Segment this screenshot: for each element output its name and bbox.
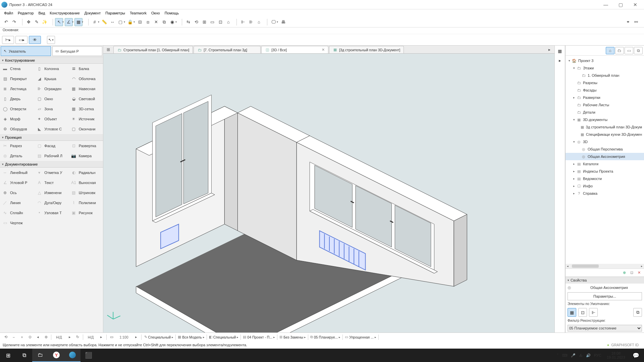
nav-item[interactable]: ▦3д строительный план 3D-Докум [566, 123, 644, 131]
tab-plan-2[interactable]: 🗀[7. Строительный план 3д] [194, 46, 261, 53]
zoom-in-button[interactable]: ＋ [18, 334, 25, 341]
align-button[interactable]: ⊩ [239, 18, 247, 26]
tab-3d-doc[interactable]: ▦[3д строительный план 3D-Документ] [329, 46, 404, 53]
home-button[interactable]: ⌂ [224, 18, 232, 26]
status-segment[interactable]: ✎Специальный▸ [143, 335, 175, 339]
nav-delete-icon[interactable]: ✕ [636, 270, 642, 276]
menu-edit[interactable]: Редактор [16, 10, 36, 16]
status-segment[interactable]: ▤04 Проект - П...▸ [241, 335, 276, 339]
navigator-tree[interactable]: ▾🏠Проект 3▾🗀Этажи🗀1. Обмерный план🗀Разре… [566, 56, 644, 264]
nav-item[interactable]: ▸?Справка [566, 190, 644, 197]
nav-item[interactable]: ▸ⓘИнфо [566, 182, 644, 190]
nav-new-icon[interactable]: ⊕ [621, 270, 627, 276]
default-pen-button[interactable]: ⊡ [578, 308, 587, 317]
tree-twisty-icon[interactable]: ▸ [572, 170, 576, 173]
lock-button[interactable]: 🔒 [126, 18, 134, 26]
start-button[interactable]: ⊞ [0, 349, 16, 362]
3d-cut-button[interactable]: ⧈ [144, 18, 152, 26]
dropdown-arrow-icon[interactable]: ▾ [62, 20, 65, 23]
tool-навесная[interactable]: ▦Навесная [69, 84, 103, 94]
nav-item[interactable]: ▾🏠Проект 3 [566, 57, 644, 64]
nav-settings-icon[interactable]: ⊡ [629, 270, 635, 276]
magic-wand-button[interactable]: ✨ [41, 18, 49, 26]
pick-button[interactable]: ✥ [24, 18, 33, 26]
tab-3d[interactable]: ◫[3D / Все]✕ [261, 46, 328, 53]
geometry-mode-3[interactable]: 👁 [29, 36, 41, 44]
share-button[interactable]: ⚯ [632, 18, 640, 26]
geometry-mode-2[interactable]: ▭▸ [15, 36, 28, 44]
nd-next-2[interactable]: ▸ [98, 334, 105, 341]
tray-keyboard-icon[interactable]: ⌨ [562, 353, 568, 358]
screen-button[interactable]: 🖵 [269, 18, 277, 26]
window-minimize-button[interactable]: — [598, 0, 613, 9]
prev-view-button[interactable]: ◂ [34, 334, 42, 341]
tool-ось[interactable]: ⊕Ось [0, 188, 34, 198]
task-view-button[interactable]: ⧉ [16, 349, 32, 362]
tool-световой[interactable]: ◒Световой [69, 94, 103, 104]
nav-item[interactable]: ◎Общая Аксонометрия [566, 153, 644, 160]
tree-twisty-icon[interactable]: ▾ [572, 118, 576, 121]
segment-arrow-icon[interactable]: ▸ [273, 336, 275, 339]
grid-button[interactable]: # [91, 18, 99, 26]
trace-button[interactable]: ⟲ [192, 18, 200, 26]
tool-отверсти[interactable]: ◯Отверсти [0, 104, 34, 114]
scale-next[interactable]: ▸ [132, 334, 140, 341]
status-segment[interactable]: ▦Вся Модель▸ [176, 335, 206, 339]
category-projection[interactable]: Проекция [0, 134, 103, 141]
menu-teamwork[interactable]: Teamwork [128, 10, 149, 16]
tool-окончани[interactable]: ▢Окончани [69, 124, 103, 134]
nav-item[interactable]: 🗀Фасады [566, 86, 644, 94]
nav-item[interactable]: ▸▤Ведомости [566, 175, 644, 182]
redo-button[interactable]: ↷ [10, 18, 18, 26]
print-button[interactable]: 🖶 [279, 18, 287, 26]
box-button[interactable]: ▢ [116, 18, 124, 26]
properties-header[interactable]: Свойства [566, 277, 644, 284]
layout-button[interactable]: ⊡ [216, 18, 224, 26]
tool-крыша[interactable]: ◢Крыша [34, 74, 68, 84]
ruler-button[interactable]: 📏 [100, 18, 108, 26]
scale-value[interactable]: 1:100 [116, 335, 131, 339]
snap-grid-button[interactable]: ▦ [74, 18, 83, 26]
tool-источник[interactable]: ☀Источник [69, 114, 103, 124]
zoom-reset-button[interactable]: ⊚ [42, 334, 50, 341]
status-segment[interactable]: ▭Упрощенная ...▸ [343, 335, 378, 339]
nav-item[interactable]: ◎Общая Перспектива [566, 145, 644, 153]
render-button[interactable]: ◉ [168, 18, 176, 26]
nav-tab-views[interactable]: 🗀 [615, 47, 624, 54]
tree-twisty-icon[interactable]: ▸ [572, 192, 576, 195]
tool-угловое с[interactable]: ◣Угловое С [34, 124, 68, 134]
collab-button[interactable]: ⚭ [624, 18, 632, 26]
marker-button[interactable]: ⊞ [200, 18, 208, 26]
menu-document[interactable]: Документ [83, 10, 103, 16]
tree-twisty-icon[interactable]: ▸ [572, 177, 576, 180]
filter-button[interactable]: ⧉ [160, 18, 168, 26]
segment-arrow-icon[interactable]: ▸ [203, 336, 205, 339]
tree-twisty-icon[interactable]: ▸ [572, 162, 576, 166]
segment-arrow-icon[interactable]: ▸ [339, 336, 340, 339]
tool-лестница[interactable]: ≣Лестница [0, 84, 34, 94]
tray-network-icon[interactable]: 🖧 [579, 353, 583, 357]
dropdown-arrow-icon[interactable]: ▾ [82, 20, 84, 23]
dropdown-arrow-icon[interactable]: ▾ [175, 20, 178, 23]
tool-объект[interactable]: ✦Объект [34, 114, 68, 124]
tool-перекрыт[interactable]: ▤Перекрыт [0, 74, 34, 84]
zoom-out-button[interactable]: − [10, 334, 17, 341]
tree-twisty-icon[interactable]: ▾ [572, 66, 576, 70]
tab-grid-icon[interactable]: ⊞ [103, 46, 113, 53]
tool-стена[interactable]: ▬Стена [0, 64, 34, 74]
menu-window[interactable]: Окно [149, 10, 162, 16]
acrobat-taskbar-icon[interactable]: ⬛ [80, 349, 97, 362]
nav-tab-project[interactable]: ⌂ [606, 47, 614, 54]
tool-зона[interactable]: ▱Зона [34, 104, 68, 114]
graphisoft-id[interactable]: GRAPHISOFT ID [611, 343, 641, 347]
nav-item[interactable]: 🗀Разрезы [566, 79, 644, 86]
nav-expand-button[interactable]: ▦ [556, 47, 564, 55]
category-documentation[interactable]: Документирование [0, 161, 103, 168]
taskbar-clock[interactable]: 18:08 19.01.2023 [604, 351, 628, 359]
dropdown-arrow-icon[interactable]: ▾ [124, 20, 126, 23]
nav-item[interactable]: ▾◎3D [566, 138, 644, 145]
segment-arrow-icon[interactable]: ▸ [304, 336, 306, 339]
tool-3d-сетка[interactable]: ▦3D-сетка [69, 104, 103, 114]
status-segment[interactable]: ⧉05 Планируе...▸ [309, 335, 342, 339]
orbit-button[interactable]: ⟲ [2, 334, 9, 341]
